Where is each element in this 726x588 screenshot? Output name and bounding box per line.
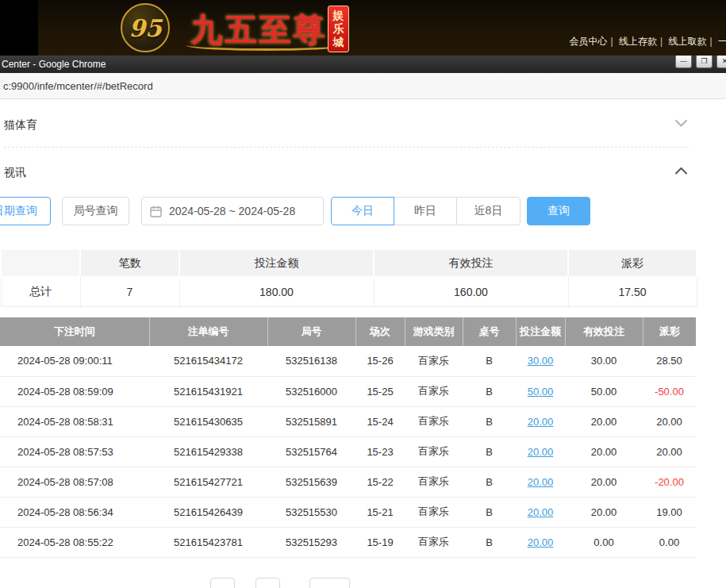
summary-payout-value: 17.50 [568, 277, 697, 306]
col-header-session: 场次 [355, 317, 405, 346]
bet-no: 521615426439 [149, 497, 267, 527]
section-sports-label: 猫体育 [0, 107, 696, 142]
summary-header-count: 笔数 [80, 249, 179, 277]
session: 15-25 [355, 376, 405, 406]
pagination-button[interactable] [255, 578, 280, 588]
col-header-payout: 派彩 [643, 317, 696, 346]
bet-amount-link[interactable]: 20.00 [528, 476, 554, 488]
col-header-round-no: 局号 [267, 317, 355, 346]
summary-header-bet-amount: 投注金额 [179, 249, 374, 277]
bet-amount-link[interactable]: 20.00 [528, 506, 554, 518]
game-type: 百家乐 [405, 497, 463, 527]
payout: 28.50 [643, 346, 696, 376]
table-row: 2024-05-28 08:55:22 521615423781 5325152… [0, 527, 696, 557]
table-row: 2024-05-28 08:58:31 521615430635 5325158… [0, 406, 696, 436]
col-header-bet-amount: 投注金额 [516, 317, 565, 346]
minimize-button[interactable]: — [675, 56, 692, 68]
screen: 95 九五至尊 娱 乐 城 会员中心| 线上存款| 线上取款| 一 Center… [0, 0, 726, 588]
summary-total-label: 总计 [1, 277, 80, 306]
logo-emblem-text: 95 [129, 14, 162, 42]
window-controls: — ❐ ✕ [675, 56, 726, 68]
bet-amount-link[interactable]: 20.00 [528, 416, 554, 428]
bet-time: 2024-05-28 08:55:22 [0, 527, 149, 557]
window-titlebar[interactable]: Center - Google Chrome — ❐ ✕ [0, 56, 726, 73]
session: 15-23 [355, 436, 405, 467]
nav-separator: | [660, 36, 663, 47]
valid-bet: 50.00 [565, 376, 643, 406]
date-query-button[interactable]: 日期查询 [0, 197, 51, 225]
chevron-up-icon[interactable] [674, 166, 688, 175]
summary-header-valid-bet: 有效投注 [374, 249, 568, 277]
bet-no: 521615430635 [149, 406, 267, 436]
search-button[interactable]: 查询 [527, 197, 590, 225]
browser-toolbar: c:9900/infe/mcenter/#/betRecord [0, 73, 726, 99]
session: 15-19 [355, 527, 405, 557]
round-no: 532515891 [267, 406, 355, 436]
date-range-value: 2024-05-28 ~ 2024-05-28 [169, 205, 295, 217]
top-nav: 会员中心| 线上存款| 线上取款| 一 [567, 35, 726, 48]
pagination-button[interactable] [210, 578, 235, 588]
payout: 19.00 [643, 497, 696, 527]
payout: 20.00 [643, 436, 696, 467]
page-content: 猫体育 视讯 日期查询 局号查询 [0, 99, 726, 588]
summary-header-payout: 派彩 [568, 249, 697, 277]
col-header-bet-no: 注单编号 [149, 317, 267, 346]
round-query-button[interactable]: 局号查询 [62, 197, 129, 225]
pagination-page-size[interactable] [309, 578, 350, 588]
recent-8-days-button[interactable]: 近8日 [456, 197, 520, 225]
logo-badge-char: 城 [333, 36, 344, 49]
table-row: 2024-05-28 08:56:34 521615426439 5325155… [0, 497, 696, 527]
address-bar[interactable]: c:9900/infe/mcenter/#/betRecord [0, 80, 153, 92]
payout: 20.00 [643, 406, 696, 436]
header-left-panel [0, 0, 38, 56]
nav-partial-item[interactable]: 一 [715, 36, 726, 47]
table-no: B [463, 527, 516, 557]
yesterday-button[interactable]: 昨日 [394, 197, 457, 225]
table-no: B [463, 467, 516, 497]
table-no: B [463, 497, 516, 527]
col-header-time: 下注时间 [0, 317, 149, 346]
payout: -50.00 [643, 376, 696, 406]
bet-amount-link[interactable]: 20.00 [528, 446, 554, 458]
bet-no: 521615431921 [149, 376, 267, 406]
valid-bet: 20.00 [565, 406, 643, 436]
nav-deposit[interactable]: 线上存款 [616, 36, 660, 47]
filter-bar: 日期查询 局号查询 2024-05-28 ~ 2024-05-28 今日 昨日 … [0, 197, 696, 225]
bet-amount-link[interactable]: 30.00 [528, 355, 554, 367]
payout: -20.00 [643, 467, 696, 497]
chevron-down-icon[interactable] [674, 118, 688, 128]
bet-table-header-row: 下注时间 注单编号 局号 场次 游戏类别 桌号 投注金额 有效投注 派彩 [0, 317, 696, 346]
summary-valid-bet-value: 160.00 [374, 277, 568, 306]
bet-time: 2024-05-28 09:00:11 [0, 346, 149, 376]
valid-bet: 0.00 [565, 527, 643, 557]
section-sports[interactable]: 猫体育 [0, 107, 696, 142]
section-live-video[interactable]: 视讯 [0, 155, 696, 190]
table-no: B [463, 406, 516, 436]
bet-time: 2024-05-28 08:57:08 [0, 467, 149, 497]
game-type: 百家乐 [405, 376, 463, 406]
nav-member-center[interactable]: 会员中心 [567, 36, 611, 47]
maximize-button[interactable]: ❐ [696, 56, 713, 68]
bet-amount-link[interactable]: 50.00 [528, 386, 554, 398]
round-no: 532515530 [267, 497, 355, 527]
col-header-game-type: 游戏类别 [405, 317, 463, 346]
bet-amount-link[interactable]: 20.00 [528, 536, 554, 548]
logo-badge: 娱 乐 城 [328, 6, 349, 52]
nav-withdraw[interactable]: 线上取款 [666, 36, 710, 47]
logo-badge-char: 娱 [333, 9, 344, 22]
game-type: 百家乐 [405, 406, 463, 436]
today-button[interactable]: 今日 [331, 197, 394, 225]
session: 15-26 [355, 346, 405, 376]
table-row: 2024-05-28 09:00:11 521615434172 5325161… [0, 346, 696, 376]
bet-record-table: 下注时间 注单编号 局号 场次 游戏类别 桌号 投注金额 有效投注 派彩 202… [0, 317, 696, 558]
close-button[interactable]: ✕ [716, 56, 726, 68]
date-range-picker[interactable]: 2024-05-28 ~ 2024-05-28 [141, 197, 324, 225]
table-row: 2024-05-28 08:59:09 521615431921 5325160… [0, 376, 696, 406]
bet-time: 2024-05-28 08:58:31 [0, 406, 149, 436]
bet-time: 2024-05-28 08:57:53 [0, 436, 149, 467]
logo-underline [186, 40, 346, 51]
session: 15-24 [355, 406, 405, 436]
session: 15-22 [355, 467, 405, 497]
game-type: 百家乐 [405, 436, 463, 467]
valid-bet: 20.00 [565, 436, 643, 467]
